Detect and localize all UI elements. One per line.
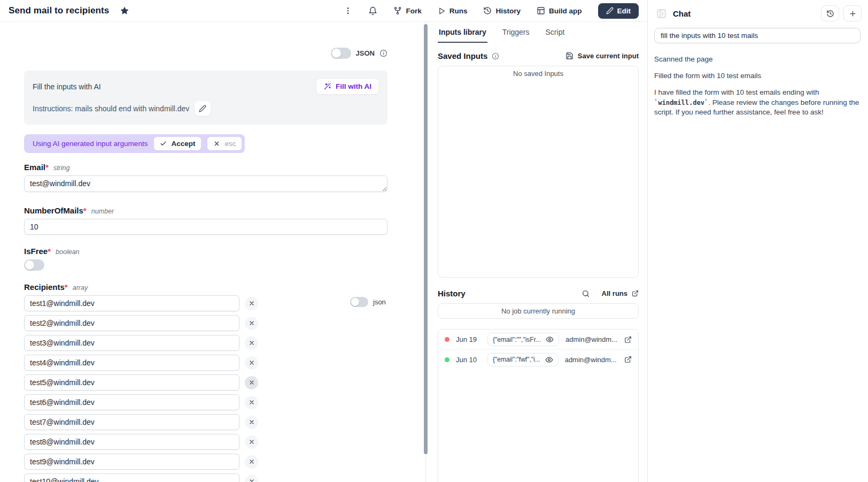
inspector-tabs: Inputs library Triggers Script xyxy=(438,22,639,43)
chat-input[interactable] xyxy=(654,28,861,43)
tab-triggers[interactable]: Triggers xyxy=(501,28,531,43)
recipient-input[interactable] xyxy=(24,414,239,430)
recipient-input[interactable] xyxy=(24,335,239,351)
save-current-input-button[interactable]: Save current input xyxy=(565,52,639,60)
remove-recipient-button[interactable] xyxy=(245,336,258,350)
edit-instructions-button[interactable] xyxy=(195,101,211,116)
recipients-json-toggle-row: json xyxy=(350,297,386,307)
remove-recipient-button[interactable] xyxy=(245,356,258,370)
tab-inputs-library[interactable]: Inputs library xyxy=(438,28,487,43)
fork-button[interactable]: Fork xyxy=(393,6,421,15)
tab-script[interactable]: Script xyxy=(545,28,566,43)
eye-icon[interactable] xyxy=(545,356,553,364)
external-link-icon[interactable] xyxy=(624,356,632,363)
number-of-mails-input[interactable] xyxy=(24,219,387,235)
top-actions: Fork Runs History xyxy=(344,3,639,19)
saved-inputs-empty-box: No saved Inputs xyxy=(438,66,639,278)
close-icon xyxy=(213,140,220,147)
chat-message: Filled the form with 10 test emails xyxy=(654,71,859,81)
recipient-input[interactable] xyxy=(24,355,239,371)
json-view-toggle[interactable] xyxy=(331,48,351,59)
past-runs-list: Jun 19 {"email":"","isFr... admin@windm.… xyxy=(438,329,639,482)
eye-icon[interactable] xyxy=(546,335,554,343)
ai-box-title: Fill the inputs with AI xyxy=(33,82,101,91)
field-number-of-mails: NumberOfMails* number xyxy=(24,206,387,235)
favorite-star-icon[interactable] xyxy=(120,6,129,16)
recipients-label: Recipients xyxy=(24,282,65,292)
remove-recipient-button[interactable] xyxy=(245,475,258,482)
ai-generated-banner: Using AI generated input arguments Accep… xyxy=(24,134,245,153)
fill-with-ai-box: Fill the inputs with AI Fill with AI Ins… xyxy=(24,71,387,125)
json-toggle-row: JSON xyxy=(24,48,387,59)
inline-code: `windmill.dev` xyxy=(654,99,708,106)
required-marker: * xyxy=(48,247,51,256)
runs-button[interactable]: Runs xyxy=(438,7,468,15)
required-marker: * xyxy=(83,206,87,215)
kebab-menu-icon[interactable] xyxy=(344,6,352,15)
recipients-type: array xyxy=(73,284,88,292)
no-saved-inputs-text: No saved Inputs xyxy=(513,70,563,78)
save-current-input-label: Save current input xyxy=(578,52,639,60)
history-label: History xyxy=(495,7,521,15)
esc-label: esc xyxy=(224,140,236,148)
recipient-input[interactable] xyxy=(24,315,239,331)
history-button[interactable]: History xyxy=(483,6,521,15)
panel-collapse-icon[interactable] xyxy=(656,9,666,19)
all-runs-link[interactable]: All runs xyxy=(602,289,639,297)
build-app-button[interactable]: Build app xyxy=(537,6,582,15)
dismiss-ai-button[interactable]: esc xyxy=(207,137,242,150)
chat-message: Scanned the page xyxy=(654,55,859,64)
fork-label: Fork xyxy=(406,7,421,15)
recipient-row xyxy=(24,414,387,430)
run-row[interactable]: Jun 10 {"email":"fwf","i... admin@windm.… xyxy=(438,349,638,369)
pencil-icon xyxy=(199,105,206,112)
remove-recipient-button[interactable] xyxy=(245,297,258,310)
chat-header: Chat xyxy=(648,0,868,28)
email-input[interactable]: test@windmill.dev xyxy=(24,175,387,192)
run-args-pill[interactable]: {"email":"","isFr... xyxy=(487,333,559,346)
chat-history-button[interactable] xyxy=(821,5,839,21)
run-row[interactable]: Jun 19 {"email":"","isFr... admin@windm.… xyxy=(438,330,638,349)
new-chat-button[interactable] xyxy=(843,5,862,21)
fill-with-ai-button[interactable]: Fill with AI xyxy=(316,78,379,95)
ai-banner-text: Using AI generated input arguments xyxy=(33,140,148,148)
splitter-handle[interactable] xyxy=(424,24,428,454)
remove-recipient-button[interactable] xyxy=(245,396,258,409)
recipient-input[interactable] xyxy=(24,374,239,391)
recipient-input[interactable] xyxy=(24,454,239,470)
notifications-bell-icon[interactable] xyxy=(368,6,377,16)
accept-ai-button[interactable]: Accept xyxy=(154,137,201,150)
recipient-input[interactable] xyxy=(24,295,239,311)
status-dot-success xyxy=(445,357,449,362)
external-link-icon[interactable] xyxy=(624,336,632,343)
edit-button[interactable]: Edit xyxy=(598,3,639,19)
play-icon xyxy=(438,7,446,15)
info-icon[interactable] xyxy=(492,52,499,60)
remove-recipient-button[interactable] xyxy=(245,435,258,449)
number-of-mails-type: number xyxy=(91,208,114,215)
recipient-row xyxy=(24,355,387,371)
info-icon[interactable] xyxy=(379,49,387,57)
history-title: History xyxy=(438,289,466,298)
remove-recipient-button[interactable] xyxy=(245,376,258,389)
remove-recipient-button[interactable] xyxy=(245,317,258,330)
remove-recipient-button[interactable] xyxy=(245,455,258,469)
recipient-input[interactable] xyxy=(24,473,239,482)
chat-title: Chat xyxy=(673,9,691,18)
run-args-pill[interactable]: {"email":"fwf","i... xyxy=(487,353,559,366)
check-icon xyxy=(160,140,167,147)
is-free-toggle[interactable] xyxy=(24,259,44,271)
recipient-input[interactable] xyxy=(24,394,239,410)
run-args-text: {"email":"","isFr... xyxy=(493,336,541,343)
recipient-input[interactable] xyxy=(24,434,239,450)
search-icon[interactable] xyxy=(582,289,590,298)
history-clock-icon xyxy=(483,6,492,15)
history-clock-icon xyxy=(826,10,834,18)
remove-recipient-button[interactable] xyxy=(245,416,258,429)
required-marker: * xyxy=(45,163,49,172)
edit-label: Edit xyxy=(617,7,631,15)
recipients-json-toggle[interactable] xyxy=(350,297,368,307)
chat-message: I have filled the form with 10 test emai… xyxy=(654,88,859,117)
recipient-row xyxy=(24,394,387,410)
panel-splitter[interactable] xyxy=(422,22,429,482)
